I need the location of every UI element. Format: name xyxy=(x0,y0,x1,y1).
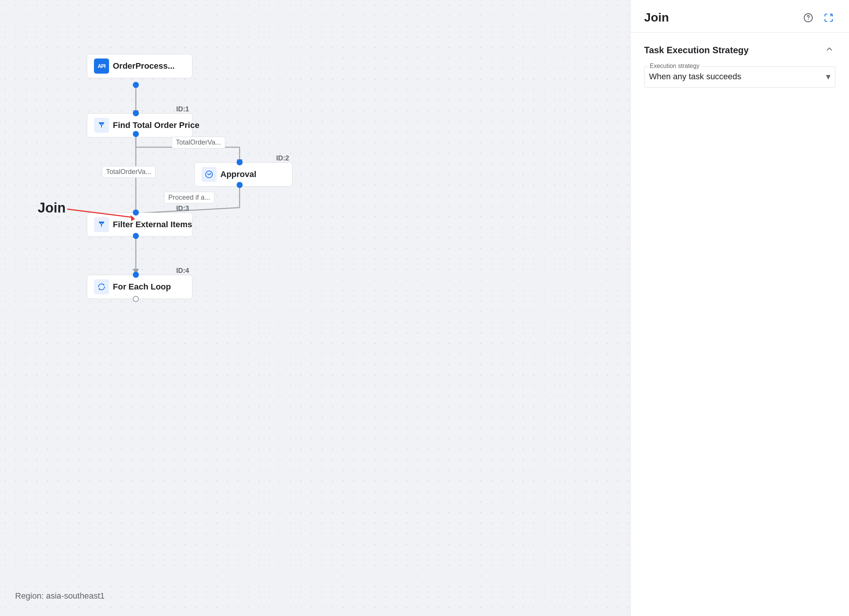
right-panel: Join Task Execution xyxy=(630,0,849,616)
connector-dot-filter-top xyxy=(133,209,139,216)
node-find-total[interactable]: ID:1 Find Total Order Price xyxy=(87,113,192,137)
connector-dot-approval-bottom xyxy=(237,182,243,188)
filter2-icon xyxy=(94,217,109,232)
node-filter-external[interactable]: ID:3 Filter External Items xyxy=(87,213,192,237)
expand-button[interactable] xyxy=(822,11,835,25)
filter-icon xyxy=(94,118,109,133)
api-icon: API xyxy=(94,59,109,74)
connector-dot-foreach-bottom xyxy=(133,296,139,302)
node-id-2: ID:2 xyxy=(276,154,289,162)
node-label: Filter External Items xyxy=(113,220,192,229)
dropdown-arrow-icon: ▾ xyxy=(826,71,831,82)
edge-label-total-left: TotalOrderVa... xyxy=(102,166,155,178)
connector-dot-filter-bottom xyxy=(133,233,139,239)
svg-point-12 xyxy=(210,173,211,174)
node-label: Approval xyxy=(220,169,256,179)
loop-icon xyxy=(94,279,109,294)
connector-dot-foreach-top xyxy=(133,272,139,278)
connector-dot-find-bottom xyxy=(133,131,139,137)
panel-icons xyxy=(801,11,835,25)
node-id-1: ID:1 xyxy=(176,105,189,113)
field-value[interactable]: When any task succeeds ▾ xyxy=(649,70,831,83)
execution-strategy-field[interactable]: Execution strategy When any task succeed… xyxy=(644,66,835,88)
help-button[interactable] xyxy=(801,11,815,25)
section-header: Task Execution Strategy xyxy=(644,43,835,57)
node-order-process[interactable]: API OrderProcess... xyxy=(87,54,192,78)
edge-label-total-right: TotalOrderVa... xyxy=(172,137,225,148)
node-id-4: ID:4 xyxy=(176,267,189,275)
panel-title: Join xyxy=(644,11,669,25)
node-approval[interactable]: ID:2 Approval xyxy=(194,162,292,186)
node-label: For Each Loop xyxy=(113,282,171,292)
workflow-canvas: API OrderProcess... ID:1 Find Total Orde… xyxy=(0,0,630,616)
svg-point-16 xyxy=(808,19,809,20)
section-title: Task Execution Strategy xyxy=(644,45,749,55)
node-for-each[interactable]: ID:4 For Each Loop xyxy=(87,275,192,299)
node-label: Find Total Order Price xyxy=(113,120,199,130)
node-id-3: ID:3 xyxy=(176,205,189,213)
collapse-button[interactable] xyxy=(823,43,835,57)
field-label: Execution strategy xyxy=(648,63,701,69)
connector-dot xyxy=(133,82,139,88)
approval-icon xyxy=(201,167,217,182)
flow-connections xyxy=(0,0,630,616)
node-label: OrderProcess... xyxy=(113,61,175,71)
connector-dot-find-top xyxy=(133,110,139,116)
edge-label-proceed: Proceed if a... xyxy=(164,192,214,203)
execution-strategy-value: When any task succeeds xyxy=(649,72,741,82)
connector-dot-approval-top xyxy=(237,159,243,165)
task-execution-section: Task Execution Strategy Execution strate… xyxy=(631,32,849,98)
svg-point-11 xyxy=(208,173,208,174)
panel-header: Join xyxy=(631,0,849,32)
join-label: Join xyxy=(38,200,66,216)
region-label: Region: asia-southeast1 xyxy=(15,591,105,601)
